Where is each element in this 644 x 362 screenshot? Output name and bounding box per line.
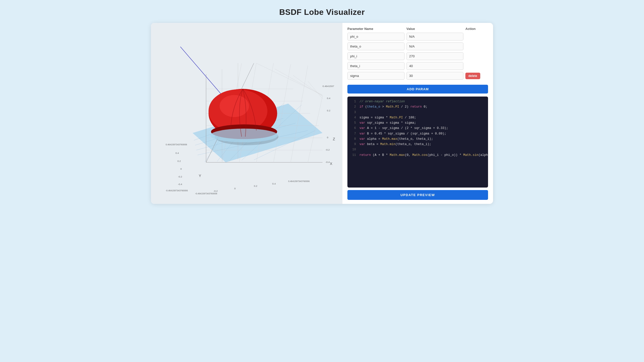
param-name-input[interactable] [347,42,405,50]
param-value-input[interactable] [407,62,464,70]
svg-text:-0.2: -0.2 [213,190,218,192]
param-row: delete [347,72,488,80]
main-card: X Y Z 0.4641597 0.4 0.2 0 -0.2 -0.4 -0.4… [151,23,493,204]
param-row [347,52,488,60]
code-line: 5var sqr_sigma = sigma * sigma; [347,120,488,126]
param-rows: delete [347,33,488,80]
line-number: 11 [350,153,356,158]
svg-text:0.2: 0.2 [327,109,331,112]
svg-text:0.4: 0.4 [175,152,179,154]
line-number: 2 [350,104,356,110]
code-text [359,147,361,152]
code-text: var alpha = Math.max(theta_o, theta_i); [359,137,433,142]
param-name-input[interactable] [347,52,405,60]
svg-text:0.2: 0.2 [254,185,257,187]
code-text: if (theta_o > Math.PI / 2) return 0; [359,104,427,110]
svg-text:0.4: 0.4 [327,97,331,100]
col-header-action: Action [465,27,488,31]
code-line: 1// oren-nayar reflection [347,99,488,104]
svg-text:0: 0 [327,136,329,139]
code-text: var beta = Math.min(theta_o, theta_i); [359,142,431,147]
code-line: 3 [347,110,488,115]
param-action-cell: delete [465,73,488,79]
line-number: 7 [350,131,356,137]
svg-text:0.4641597343760006: 0.4641597343760006 [288,180,310,183]
param-row [347,33,488,40]
code-text [359,110,361,115]
param-value-input[interactable] [407,52,464,60]
col-header-value: Value [407,27,464,31]
line-number: 4 [350,115,356,120]
code-text: sigma = sigma * Math.PI / 180; [359,115,416,120]
param-name-input[interactable] [347,62,405,70]
code-editor[interactable]: 1// oren-nayar reflection2if (theta_o > … [347,97,488,188]
y-axis-label: Y [199,174,201,178]
code-text: var A = 1 - sqr_sigma / (2 * sqr_sigma +… [359,126,448,131]
code-line: 9var beta = Math.min(theta_o, theta_i); [347,142,488,147]
param-value-input[interactable] [407,33,464,40]
svg-text:0.4641597: 0.4641597 [323,85,334,87]
code-text: var B = 0.45 * sqr_sigma / (sqr_sigma + … [359,131,446,137]
line-number: 9 [350,142,356,147]
code-line: 4sigma = sigma * Math.PI / 180; [347,115,488,120]
code-line: 10 [347,147,488,152]
svg-text:-0.4: -0.4 [326,161,330,163]
param-name-input[interactable] [347,72,405,80]
x-axis-label: X [330,162,332,166]
param-row [347,62,488,70]
code-line: 6var A = 1 - sqr_sigma / (2 * sqr_sigma … [347,126,488,131]
code-line: 2if (theta_o > Math.PI / 2) return 0; [347,104,488,110]
line-number: 6 [350,126,356,131]
line-number: 10 [350,147,356,152]
delete-button[interactable]: delete [465,73,480,79]
svg-text:0.2: 0.2 [177,160,181,162]
param-table: Parameter Name Value Action delete [342,23,493,84]
svg-text:-0.2: -0.2 [326,148,330,151]
code-line: 11return (A + B * Math.max(0, Math.cos(p… [347,153,488,158]
code-text: var sqr_sigma = sigma * sigma; [359,120,416,126]
svg-text:-0.4641597343760006: -0.4641597343760006 [195,192,217,195]
param-value-input[interactable] [407,72,464,80]
line-number: 5 [350,120,356,126]
svg-text:-0.4641597343760006: -0.4641597343760006 [166,189,188,192]
add-param-button[interactable]: ADD PARAM [347,85,488,94]
param-row [347,42,488,50]
page-title: BSDF Lobe Visualizer [279,8,365,17]
viz-svg: X Y Z 0.4641597 0.4 0.2 0 -0.2 -0.4 -0.4… [151,23,342,204]
svg-point-58 [210,128,278,142]
code-line: 7var B = 0.45 * sqr_sigma / (sqr_sigma +… [347,131,488,137]
code-line: 8var alpha = Math.max(theta_o, theta_i); [347,137,488,142]
line-number: 8 [350,137,356,142]
col-header-name: Parameter Name [347,27,405,31]
param-name-input[interactable] [347,33,405,40]
svg-text:0.4: 0.4 [272,182,276,185]
param-value-input[interactable] [407,42,464,50]
svg-text:-0.4: -0.4 [178,183,182,186]
code-text: // oren-nayar reflection [359,99,405,104]
controls-panel: Parameter Name Value Action delete ADD P… [342,23,493,204]
z-axis-label: Z [333,137,335,141]
svg-text:0.4641597343760006: 0.4641597343760006 [166,143,187,146]
code-text: return (A + B * Math.max(0, Math.cos(phi… [359,153,488,158]
update-preview-button[interactable]: UPDATE PREVIEW [347,190,488,200]
viz-panel: X Y Z 0.4641597 0.4 0.2 0 -0.2 -0.4 -0.4… [151,23,342,204]
svg-text:0: 0 [180,167,182,170]
bsdf-lobe [209,89,278,145]
line-number: 3 [350,110,356,115]
param-table-header: Parameter Name Value Action [347,27,488,31]
line-number: 1 [350,99,356,104]
svg-text:-0.2: -0.2 [178,175,182,178]
svg-text:0: 0 [234,187,236,190]
